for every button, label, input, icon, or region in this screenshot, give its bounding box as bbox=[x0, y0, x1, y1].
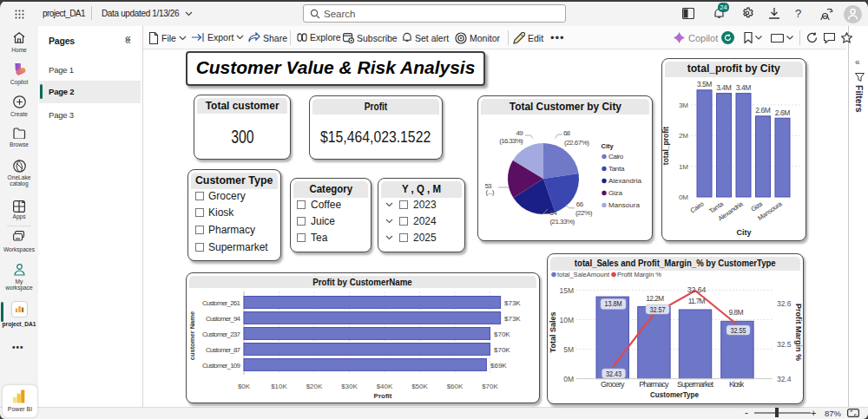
svg-text:0M: 0M bbox=[679, 193, 688, 201]
svg-text:11.7M: 11.7M bbox=[688, 297, 706, 305]
svg-text:Cairo: Cairo bbox=[689, 200, 706, 214]
svg-text:(...): (...) bbox=[486, 188, 495, 196]
svg-text:15M: 15M bbox=[559, 286, 574, 295]
svg-text:32.55: 32.55 bbox=[731, 326, 746, 335]
svg-text:Profit Margin %: Profit Margin % bbox=[617, 271, 661, 278]
svg-text:Alexandria: Alexandria bbox=[608, 177, 642, 185]
svg-text:$70K: $70K bbox=[482, 383, 498, 390]
svg-text:$50K: $50K bbox=[411, 383, 428, 390]
svg-text:13.8M: 13.8M bbox=[605, 299, 622, 308]
svg-text:32.57: 32.57 bbox=[650, 305, 666, 314]
svg-text:12.2M: 12.2M bbox=[646, 294, 664, 303]
svg-text:$0K: $0K bbox=[238, 383, 251, 390]
svg-text:Mansoura: Mansoura bbox=[608, 201, 641, 209]
svg-text:Grocery: Grocery bbox=[601, 380, 625, 389]
svg-text:Customer_237: Customer_237 bbox=[202, 331, 241, 338]
svg-text:1M: 1M bbox=[679, 163, 688, 171]
svg-text:$20K: $20K bbox=[306, 383, 323, 390]
svg-text:City: City bbox=[602, 142, 614, 150]
svg-text:10M: 10M bbox=[559, 316, 574, 324]
svg-text:32.5: 32.5 bbox=[777, 340, 792, 349]
svg-text:total_profit: total_profit bbox=[661, 127, 670, 166]
svg-text:City: City bbox=[736, 228, 751, 237]
svg-text:32.6: 32.6 bbox=[777, 299, 792, 308]
svg-text:Customer_109: Customer_109 bbox=[202, 362, 241, 370]
svg-text:customer Name: customer Name bbox=[188, 311, 196, 360]
svg-text:68: 68 bbox=[563, 129, 571, 137]
svg-text:Customer_87: Customer_87 bbox=[206, 346, 241, 354]
svg-text:9.8M: 9.8M bbox=[729, 308, 744, 317]
svg-text:49: 49 bbox=[516, 129, 524, 137]
svg-text:5M: 5M bbox=[563, 345, 574, 354]
svg-text:CustomerType: CustomerType bbox=[650, 390, 699, 399]
svg-text:total_SaleAmount: total_SaleAmount bbox=[557, 271, 610, 278]
svg-text:66: 66 bbox=[576, 200, 584, 208]
svg-text:Customer_261: Customer_261 bbox=[202, 299, 241, 307]
svg-text:0M: 0M bbox=[563, 375, 574, 383]
svg-text:(22.67%): (22.67%) bbox=[564, 139, 589, 147]
svg-text:2.6M: 2.6M bbox=[775, 108, 791, 117]
svg-text:Profit Margin %: Profit Margin % bbox=[794, 304, 803, 361]
svg-text:Total Sales: Total Sales bbox=[549, 312, 557, 353]
svg-text:2.6M: 2.6M bbox=[755, 106, 771, 115]
svg-text:Cairo: Cairo bbox=[608, 153, 624, 160]
svg-text:$10K: $10K bbox=[271, 383, 287, 390]
svg-text:3.4M: 3.4M bbox=[716, 83, 732, 92]
svg-text:3.5M: 3.5M bbox=[697, 80, 713, 88]
svg-text:$69K: $69K bbox=[490, 362, 507, 370]
svg-text:(21.33%): (21.33%) bbox=[549, 218, 575, 226]
svg-text:(16.33%): (16.33%) bbox=[499, 137, 523, 145]
svg-text:64: 64 bbox=[549, 209, 557, 217]
svg-text:3.4M: 3.4M bbox=[736, 83, 752, 92]
svg-text:Giza: Giza bbox=[608, 189, 623, 197]
svg-text:3M: 3M bbox=[679, 101, 688, 109]
svg-text:Kiosk: Kiosk bbox=[729, 380, 745, 389]
svg-text:32.43: 32.43 bbox=[606, 370, 621, 378]
svg-text:$60K: $60K bbox=[447, 383, 464, 390]
svg-text:32.4: 32.4 bbox=[777, 375, 792, 383]
svg-text:Pharmacy: Pharmacy bbox=[639, 380, 669, 389]
svg-text:2M: 2M bbox=[679, 132, 688, 140]
svg-text:Profit: Profit bbox=[374, 392, 392, 400]
svg-text:(22%): (22%) bbox=[575, 209, 593, 217]
svg-text:$70K: $70K bbox=[494, 346, 510, 354]
svg-text:Supermarket: Supermarket bbox=[677, 380, 713, 389]
svg-text:32.64: 32.64 bbox=[687, 285, 707, 294]
svg-text:$73K: $73K bbox=[504, 299, 521, 307]
svg-text:Customer_94: Customer_94 bbox=[206, 315, 241, 323]
svg-text:$30K: $30K bbox=[341, 383, 358, 390]
svg-text:Tanta: Tanta bbox=[608, 165, 625, 173]
svg-text:$70K: $70K bbox=[494, 331, 510, 338]
svg-text:$40K: $40K bbox=[377, 383, 393, 390]
svg-text:$73K: $73K bbox=[504, 315, 521, 323]
